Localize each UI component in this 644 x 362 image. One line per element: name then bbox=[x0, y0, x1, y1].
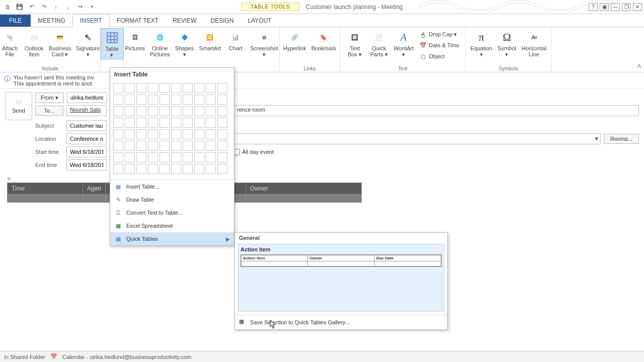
convert-text-menu-item[interactable]: ☰Convert Text to Table... bbox=[110, 206, 234, 219]
table-grid-cell[interactable] bbox=[159, 106, 170, 116]
object-button[interactable]: ▢Object bbox=[420, 51, 459, 61]
tab-meeting[interactable]: MEETING bbox=[31, 15, 72, 27]
shapes-button[interactable]: 🔷Shapes ▾ bbox=[173, 28, 196, 58]
table-grid-cell[interactable] bbox=[159, 83, 170, 93]
table-grid-cell[interactable] bbox=[217, 129, 227, 139]
restore-button[interactable]: ❐ bbox=[622, 3, 631, 11]
qat-up-icon[interactable]: ↑ bbox=[51, 3, 60, 12]
all-day-checkbox[interactable]: All day event bbox=[233, 149, 274, 155]
table-grid-cell[interactable] bbox=[113, 129, 123, 139]
quick-parts-button[interactable]: 📄Quick Parts ▾ bbox=[367, 28, 390, 58]
business-card-button[interactable]: 💳Business Card ▾ bbox=[47, 28, 73, 58]
table-grid-cell[interactable] bbox=[171, 83, 181, 93]
table-grid-cell[interactable] bbox=[159, 164, 170, 174]
table-grid-cell[interactable] bbox=[159, 141, 170, 151]
table-grid-cell[interactable] bbox=[113, 95, 123, 105]
table-button[interactable]: Table ▾ bbox=[101, 28, 124, 59]
table-grid-cell[interactable] bbox=[183, 152, 193, 162]
table-grid-cell[interactable] bbox=[148, 83, 158, 93]
qat-undo-icon[interactable]: ↶ bbox=[27, 3, 36, 12]
excel-spreadsheet-menu-item[interactable]: ▦Excel Spreadsheet bbox=[110, 219, 234, 232]
start-date-field[interactable] bbox=[66, 146, 107, 157]
attach-file-button[interactable]: 📎Attach File bbox=[0, 28, 22, 58]
table-grid-cell[interactable] bbox=[194, 141, 204, 151]
table-grid-cell[interactable] bbox=[183, 141, 193, 151]
from-field[interactable] bbox=[67, 92, 107, 103]
table-grid-cell[interactable] bbox=[217, 106, 227, 116]
table-grid-cell[interactable] bbox=[136, 106, 146, 116]
insert-table-menu-item[interactable]: ▦Insert Table... bbox=[110, 180, 234, 193]
table-grid-cell[interactable] bbox=[217, 118, 227, 128]
table-grid-cell[interactable] bbox=[125, 129, 135, 139]
send-button[interactable]: 📨 Send bbox=[5, 92, 32, 120]
table-grid-cell[interactable] bbox=[217, 83, 227, 93]
table-grid-cell[interactable] bbox=[206, 152, 216, 162]
from-button[interactable]: From ▾ bbox=[35, 93, 64, 103]
tab-format-text[interactable]: FORMAT TEXT bbox=[110, 15, 166, 27]
symbol-button[interactable]: ΩSymbol ▾ bbox=[495, 28, 518, 58]
save-selection-gallery-button[interactable]: ▦ Save Selection to Quick Tables Gallery… bbox=[235, 315, 447, 329]
text-box-button[interactable]: 🔲Text Box ▾ bbox=[343, 28, 366, 58]
table-grid-cell[interactable] bbox=[194, 95, 204, 105]
table-grid-cell[interactable] bbox=[136, 152, 146, 162]
table-grid-cell[interactable] bbox=[194, 152, 204, 162]
table-grid-cell[interactable] bbox=[113, 152, 123, 162]
table-grid-cell[interactable] bbox=[194, 164, 204, 174]
table-grid-cell[interactable] bbox=[159, 95, 170, 105]
table-grid-cell[interactable] bbox=[148, 164, 158, 174]
table-grid-cell[interactable] bbox=[217, 95, 227, 105]
table-grid-cell[interactable] bbox=[113, 118, 123, 128]
table-grid-cell[interactable] bbox=[206, 118, 216, 128]
location-combo[interactable]: ▾ bbox=[233, 133, 601, 144]
qat-calendar-icon[interactable]: 🗓 bbox=[3, 3, 12, 12]
table-size-grid[interactable]: /* grid built below via JS */ bbox=[110, 81, 234, 179]
tab-insert[interactable]: INSERT bbox=[72, 14, 110, 27]
table-grid-cell[interactable] bbox=[217, 164, 227, 174]
table-grid-cell[interactable] bbox=[194, 118, 204, 128]
horizontal-line-button[interactable]: A≡Horizontal Line bbox=[519, 28, 548, 58]
wordart-button[interactable]: AWordArt ▾ bbox=[391, 28, 416, 58]
tab-file[interactable]: FILE bbox=[0, 15, 31, 27]
table-grid-cell[interactable] bbox=[183, 83, 193, 93]
table-grid-cell[interactable] bbox=[183, 95, 193, 105]
tab-layout[interactable]: LAYOUT bbox=[241, 15, 279, 27]
table-grid-cell[interactable] bbox=[125, 106, 135, 116]
help-button[interactable]: ? bbox=[589, 3, 598, 11]
equation-button[interactable]: πEquation ▾ bbox=[468, 28, 494, 58]
table-grid-cell[interactable] bbox=[183, 118, 193, 128]
qat-save-icon[interactable]: 💾 bbox=[15, 3, 24, 12]
table-grid-cell[interactable] bbox=[183, 164, 193, 174]
table-grid-cell[interactable] bbox=[171, 129, 181, 139]
table-grid-cell[interactable] bbox=[113, 141, 123, 151]
table-grid-cell[interactable] bbox=[159, 118, 170, 128]
location-field[interactable] bbox=[66, 133, 107, 144]
chart-button[interactable]: 📊Chart bbox=[224, 28, 247, 52]
table-grid-cell[interactable] bbox=[206, 141, 216, 151]
screenshot-button[interactable]: 🖥Screenshot ▾ bbox=[248, 28, 280, 58]
table-grid-cell[interactable] bbox=[171, 95, 181, 105]
table-grid-cell[interactable] bbox=[148, 95, 158, 105]
collapse-ribbon-button[interactable]: ᐱ bbox=[637, 63, 641, 69]
table-grid-cell[interactable] bbox=[148, 118, 158, 128]
table-grid-cell[interactable] bbox=[206, 164, 216, 174]
table-grid-cell[interactable] bbox=[113, 83, 123, 93]
rooms-button[interactable]: Rooms... bbox=[604, 134, 639, 144]
table-grid-cell[interactable] bbox=[125, 152, 135, 162]
bookmark-button[interactable]: 🔖Bookmark bbox=[309, 28, 339, 52]
table-grid-cell[interactable] bbox=[206, 106, 216, 116]
table-grid-cell[interactable] bbox=[206, 95, 216, 105]
tab-review[interactable]: REVIEW bbox=[166, 15, 203, 27]
table-grid-cell[interactable] bbox=[148, 152, 158, 162]
table-grid-cell[interactable] bbox=[125, 164, 135, 174]
close-button[interactable]: ✕ bbox=[633, 3, 642, 11]
table-grid-cell[interactable] bbox=[183, 106, 193, 116]
table-grid-cell[interactable] bbox=[171, 152, 181, 162]
table-grid-cell[interactable] bbox=[113, 106, 123, 116]
date-time-button[interactable]: 📅Date & Time bbox=[420, 40, 459, 50]
drop-cap-button[interactable]: A̲Drop Cap ▾ bbox=[420, 29, 459, 39]
subject-field[interactable] bbox=[66, 120, 107, 131]
table-grid-cell[interactable] bbox=[125, 118, 135, 128]
table-grid-cell[interactable] bbox=[136, 141, 146, 151]
outlook-item-button[interactable]: ✉️Outlook Item bbox=[23, 28, 46, 58]
table-grid-cell[interactable] bbox=[159, 129, 170, 139]
